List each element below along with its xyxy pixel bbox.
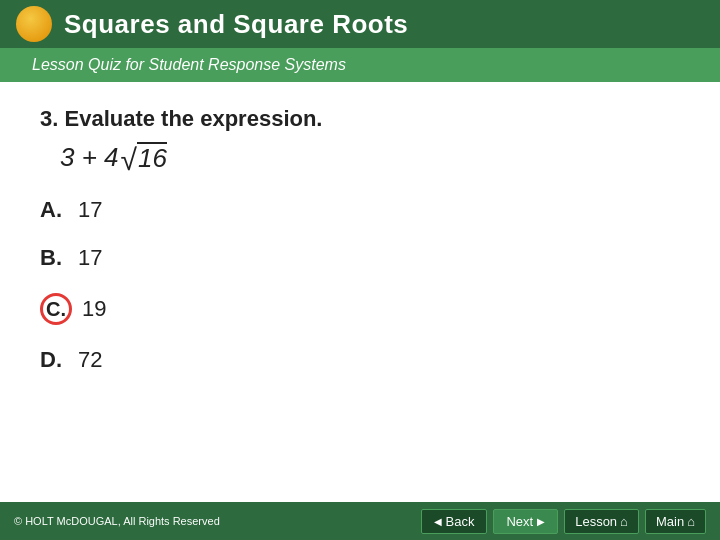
answer-letter-d: D. <box>40 347 68 373</box>
lesson-button[interactable]: Lesson ⌂ <box>564 509 639 534</box>
back-arrow-icon: ◀ <box>434 516 442 527</box>
answer-value-a: 17 <box>78 197 102 223</box>
header: Squares and Square Roots <box>0 0 720 48</box>
main-content: 3. Evaluate the expression. 3 + 4 √ 16 A… <box>0 82 720 405</box>
sqrt-symbol: √ <box>121 145 137 175</box>
answer-item-b: B. 17 <box>40 245 680 271</box>
next-arrow-icon: ▶ <box>537 516 545 527</box>
lesson-icon: ⌂ <box>620 514 628 529</box>
footer-buttons: ◀ Back Next ▶ Lesson ⌂ Main ⌂ <box>421 509 706 534</box>
back-label: Back <box>446 514 475 529</box>
header-icon <box>16 6 52 42</box>
copyright: © HOLT McDOUGAL, All Rights Reserved <box>14 515 220 527</box>
next-label: Next <box>506 514 533 529</box>
question-label: 3. Evaluate the expression. <box>40 106 680 132</box>
main-icon: ⌂ <box>687 514 695 529</box>
answer-item-c: C. 19 <box>40 293 680 325</box>
answer-item-d: D. 72 <box>40 347 680 373</box>
answer-letter-a: A. <box>40 197 68 223</box>
answer-list: A. 17 B. 17 C. 19 D. 72 <box>40 197 680 373</box>
expression-prefix: 3 + 4 <box>60 142 119 173</box>
lesson-label: Lesson <box>575 514 617 529</box>
answer-letter-b: B. <box>40 245 68 271</box>
footer: © HOLT McDOUGAL, All Rights Reserved ◀ B… <box>0 502 720 540</box>
next-button[interactable]: Next ▶ <box>493 509 558 534</box>
answer-value-c: 19 <box>82 296 106 322</box>
back-button[interactable]: ◀ Back <box>421 509 488 534</box>
question-number: 3. <box>40 106 58 131</box>
sqrt-expression: √ 16 <box>121 142 167 173</box>
answer-value-d: 72 <box>78 347 102 373</box>
page-title: Squares and Square Roots <box>64 9 408 40</box>
radicand: 16 <box>137 142 167 173</box>
answer-value-b: 17 <box>78 245 102 271</box>
expression: 3 + 4 √ 16 <box>60 142 680 173</box>
subheader: Lesson Quiz for Student Response Systems <box>0 48 720 82</box>
main-button[interactable]: Main ⌂ <box>645 509 706 534</box>
subheader-text: Lesson Quiz for Student Response Systems <box>32 56 346 73</box>
answer-item-a: A. 17 <box>40 197 680 223</box>
question-text: Evaluate the expression. <box>64 106 322 131</box>
answer-letter-c-correct: C. <box>40 293 72 325</box>
main-label: Main <box>656 514 684 529</box>
